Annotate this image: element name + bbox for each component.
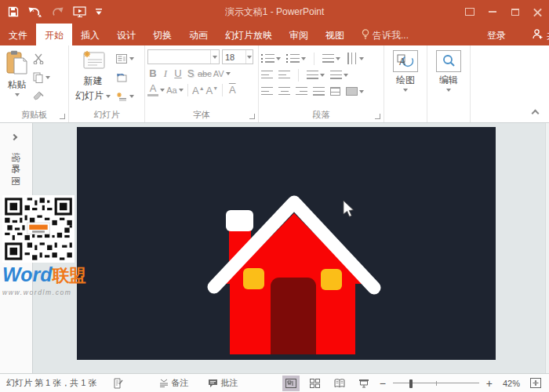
slide-sorter-view-button[interactable] [307,376,324,391]
zoom-slider[interactable] [393,379,479,388]
font-name-input[interactable] [148,50,210,64]
editing-button[interactable]: 编辑 [432,49,465,110]
columns-button[interactable] [307,71,325,79]
bold-button[interactable]: B [147,68,158,79]
share-person-icon [533,29,543,42]
font-size-caret-icon[interactable] [245,50,253,64]
comments-button[interactable]: 批注 [208,377,238,389]
window-controls [458,0,549,24]
notes-button[interactable]: 备注 [159,377,189,389]
save-icon[interactable] [8,6,19,17]
font-dialog-launcher-icon[interactable] [249,114,255,119]
tab-transitions[interactable]: 切换 [144,24,180,45]
tab-animations[interactable]: 动画 [180,24,216,45]
text-shadow-button[interactable]: S [185,68,196,79]
underline-button[interactable]: U [173,68,184,79]
section-caret-icon [129,95,134,98]
expand-pane-chevron-icon[interactable] [11,134,17,140]
drawing-button[interactable]: A 绘图 [389,49,422,110]
tab-home[interactable]: 开始 [36,24,72,45]
normal-view-button[interactable] [282,376,300,391]
tab-slideshow[interactable]: 幻灯片放映 [216,24,281,45]
tab-insert[interactable]: 插入 [72,24,108,45]
customize-qat-icon[interactable] [96,9,102,16]
ribbon-tabs: 文件 开始 插入 设计 切换 动画 幻灯片放映 审阅 视图 告诉我... 登录 … [0,24,549,45]
editing-magnifier-icon [436,50,461,72]
door-shape [271,278,316,354]
character-spacing-button[interactable]: AV [213,68,224,79]
layout-caret-icon [129,57,134,60]
tab-review[interactable]: 审阅 [281,24,317,45]
align-center-button[interactable] [278,87,290,96]
minimize-button[interactable] [481,0,504,24]
slide-canvas[interactable] [77,127,496,360]
slide-layout-button[interactable] [116,52,134,65]
spell-check-button[interactable] [113,378,123,389]
cut-button[interactable] [33,52,50,65]
undo-icon[interactable] [27,6,43,17]
increase-indent-button[interactable] [278,71,290,79]
zoom-in-button[interactable]: + [486,379,493,387]
window-left-shape [243,268,264,289]
close-button[interactable] [526,0,549,24]
clear-formatting-button[interactable]: A [227,85,238,96]
reading-view-button[interactable] [331,376,348,391]
house-drawing [77,127,496,360]
redo-icon [52,6,64,17]
zoom-out-button[interactable]: − [380,379,386,387]
decrease-indent-button[interactable] [261,71,273,79]
text-direction-button[interactable] [346,54,364,63]
tab-file[interactable]: 文件 [0,24,36,45]
group-slides: 新建 幻灯片 幻灯片 [69,45,145,122]
copy-button[interactable] [33,71,50,84]
paragraph-dialog-launcher-icon[interactable] [375,114,380,119]
grow-font-button[interactable]: A▲ [192,83,205,96]
tab-design[interactable]: 设计 [108,24,144,45]
font-size-input[interactable] [223,50,245,64]
numbering-button[interactable] [286,54,306,63]
tab-tell-me[interactable]: 告诉我... [353,24,417,45]
slide-reset-button[interactable] [116,71,134,84]
new-slide-label-line2: 幻灯片 [75,89,104,103]
group-clipboard: 粘贴 剪贴板 [0,45,69,122]
paste-button[interactable]: 粘贴 [2,49,31,110]
distribute-button[interactable] [330,87,340,96]
qr-code [2,195,75,263]
font-name-caret-icon[interactable] [210,50,219,64]
format-painter-button[interactable] [33,89,50,103]
tab-view[interactable]: 视图 [317,24,353,45]
shrink-font-button[interactable]: A▼ [206,83,219,96]
smartart-button[interactable] [346,87,364,96]
ribbon-display-options-icon[interactable] [458,0,481,24]
slide-section-button[interactable] [116,89,134,103]
maximize-button[interactable] [504,0,526,24]
slideshow-view-button[interactable] [355,376,373,391]
strikethrough-button[interactable]: abc [198,68,212,79]
new-slide-label-line1: 新建 [84,74,103,88]
align-left-button[interactable] [261,87,273,96]
svg-text:A: A [399,56,405,67]
font-name-combobox[interactable] [147,49,220,64]
chimney-cap-shape [226,210,253,231]
clipboard-dialog-launcher-icon[interactable] [60,114,65,119]
vertical-scrollbar[interactable] [545,123,549,373]
justify-button[interactable] [313,87,325,96]
font-color-button[interactable]: A [147,83,158,96]
fit-to-window-button[interactable] [527,376,544,391]
font-size-combobox[interactable] [222,49,253,64]
line-spacing-button[interactable] [322,54,340,63]
start-slideshow-icon[interactable] [73,6,87,18]
status-bar: 幻灯片 第 1 张，共 1 张 备注 批注 − + 4 [0,373,549,392]
align-right-button[interactable] [296,87,307,96]
italic-button[interactable]: I [160,68,171,79]
fit-to-window-icon [530,378,541,388]
new-slide-button[interactable]: 新建 幻灯片 [71,49,115,110]
change-case-button[interactable]: Aa [166,85,177,96]
zoom-slider-thumb[interactable] [409,379,413,388]
bullets-button[interactable] [261,54,281,63]
paste-caret-icon [15,93,20,96]
tab-share[interactable]: 共享 [524,24,549,45]
collapse-ribbon-icon[interactable] [532,110,540,118]
align-text-button[interactable] [330,71,348,79]
tab-signin[interactable]: 登录 [478,24,514,45]
